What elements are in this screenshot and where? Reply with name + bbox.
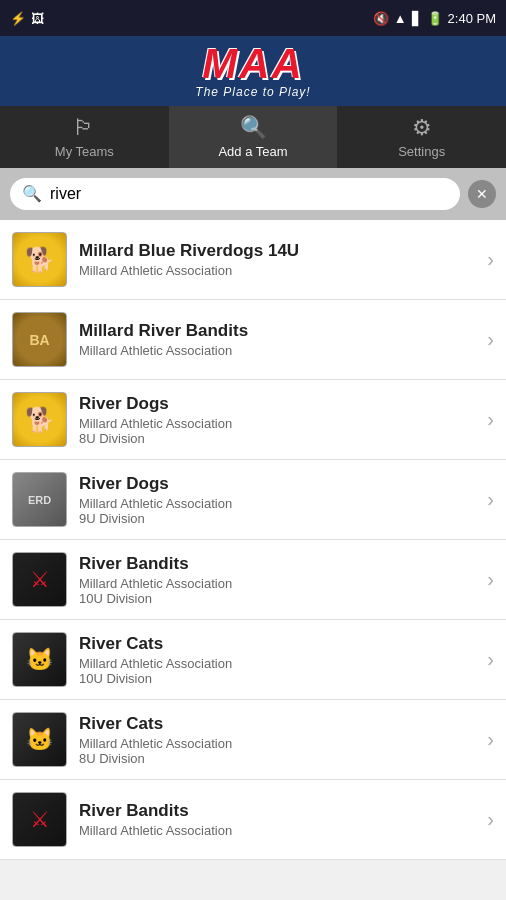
search-bar: 🔍 ✕: [0, 168, 506, 220]
time-display: 2:40 PM: [448, 11, 496, 26]
logo-text: MAA: [195, 43, 310, 85]
team-name: Millard Blue Riverdogs 14U: [79, 241, 479, 261]
search-input-wrapper: 🔍: [10, 178, 460, 210]
team-association: Millard Athletic Association: [79, 496, 479, 511]
list-item[interactable]: BA Millard River Bandits Millard Athleti…: [0, 300, 506, 380]
team-division: 10U Division: [79, 591, 479, 606]
team-logo: 🐱: [12, 632, 67, 687]
settings-icon: ⚙: [412, 115, 432, 141]
search-icon: 🔍: [22, 184, 42, 204]
list-item[interactable]: 🐕 River Dogs Millard Athletic Associatio…: [0, 380, 506, 460]
team-association: Millard Athletic Association: [79, 576, 479, 591]
signal-icon: ▋: [412, 11, 422, 26]
team-logo: ERD: [12, 472, 67, 527]
app-header: MAA The Place to Play!: [0, 36, 506, 106]
add-team-icon: 🔍: [240, 115, 267, 141]
tab-my-teams-label: My Teams: [55, 144, 114, 159]
logo-container: MAA The Place to Play!: [195, 43, 310, 99]
tab-settings[interactable]: ⚙ Settings: [337, 106, 506, 168]
team-association: Millard Athletic Association: [79, 416, 479, 431]
chevron-right-icon: ›: [487, 328, 494, 351]
team-association: Millard Athletic Association: [79, 343, 479, 358]
team-logo: 🐕: [12, 232, 67, 287]
logo-tagline: The Place to Play!: [195, 85, 310, 99]
team-association: Millard Athletic Association: [79, 736, 479, 751]
list-item[interactable]: 🐱 River Cats Millard Athletic Associatio…: [0, 620, 506, 700]
status-bar: ⚡ 🖼 🔇 ▲ ▋ 🔋 2:40 PM: [0, 0, 506, 36]
tab-add-team[interactable]: 🔍 Add a Team: [169, 106, 338, 168]
chevron-right-icon: ›: [487, 808, 494, 831]
tab-bar: 🏳 My Teams 🔍 Add a Team ⚙ Settings: [0, 106, 506, 168]
team-name: River Cats: [79, 634, 479, 654]
status-left-icons: ⚡ 🖼: [10, 11, 44, 26]
team-division: 10U Division: [79, 671, 479, 686]
battery-icon: 🔋: [427, 11, 443, 26]
chevron-right-icon: ›: [487, 488, 494, 511]
team-info: River Dogs Millard Athletic Association …: [79, 394, 479, 446]
list-item[interactable]: ⚔ River Bandits Millard Athletic Associa…: [0, 780, 506, 860]
team-logo: ⚔: [12, 552, 67, 607]
tab-add-team-label: Add a Team: [218, 144, 287, 159]
team-association: Millard Athletic Association: [79, 263, 479, 278]
team-info: River Cats Millard Athletic Association …: [79, 714, 479, 766]
my-teams-icon: 🏳: [73, 115, 95, 141]
tab-my-teams[interactable]: 🏳 My Teams: [0, 106, 169, 168]
chevron-right-icon: ›: [487, 568, 494, 591]
team-logo: BA: [12, 312, 67, 367]
team-logo: 🐱: [12, 712, 67, 767]
wifi-icon: ▲: [394, 11, 407, 26]
team-info: River Bandits Millard Athletic Associati…: [79, 801, 479, 838]
chevron-right-icon: ›: [487, 648, 494, 671]
team-info: River Bandits Millard Athletic Associati…: [79, 554, 479, 606]
team-name: River Bandits: [79, 554, 479, 574]
results-list: 🐕 Millard Blue Riverdogs 14U Millard Ath…: [0, 220, 506, 900]
mute-icon: 🔇: [373, 11, 389, 26]
team-info: Millard River Bandits Millard Athletic A…: [79, 321, 479, 358]
status-right-icons: 🔇 ▲ ▋ 🔋 2:40 PM: [373, 11, 496, 26]
team-name: Millard River Bandits: [79, 321, 479, 341]
team-division: 8U Division: [79, 431, 479, 446]
search-input[interactable]: [50, 185, 448, 203]
team-name: River Dogs: [79, 474, 479, 494]
team-name: River Cats: [79, 714, 479, 734]
list-item[interactable]: ⚔ River Bandits Millard Athletic Associa…: [0, 540, 506, 620]
list-item[interactable]: 🐱 River Cats Millard Athletic Associatio…: [0, 700, 506, 780]
list-item[interactable]: ERD River Dogs Millard Athletic Associat…: [0, 460, 506, 540]
tab-settings-label: Settings: [398, 144, 445, 159]
usb-icon: ⚡: [10, 11, 26, 26]
clear-search-button[interactable]: ✕: [468, 180, 496, 208]
image-icon: 🖼: [31, 11, 44, 26]
list-item[interactable]: 🐕 Millard Blue Riverdogs 14U Millard Ath…: [0, 220, 506, 300]
team-info: River Cats Millard Athletic Association …: [79, 634, 479, 686]
chevron-right-icon: ›: [487, 248, 494, 271]
chevron-right-icon: ›: [487, 728, 494, 751]
team-division: 8U Division: [79, 751, 479, 766]
team-logo: 🐕: [12, 392, 67, 447]
team-info: River Dogs Millard Athletic Association …: [79, 474, 479, 526]
team-name: River Bandits: [79, 801, 479, 821]
team-info: Millard Blue Riverdogs 14U Millard Athle…: [79, 241, 479, 278]
team-association: Millard Athletic Association: [79, 656, 479, 671]
team-association: Millard Athletic Association: [79, 823, 479, 838]
team-logo: ⚔: [12, 792, 67, 847]
team-division: 9U Division: [79, 511, 479, 526]
chevron-right-icon: ›: [487, 408, 494, 431]
team-name: River Dogs: [79, 394, 479, 414]
